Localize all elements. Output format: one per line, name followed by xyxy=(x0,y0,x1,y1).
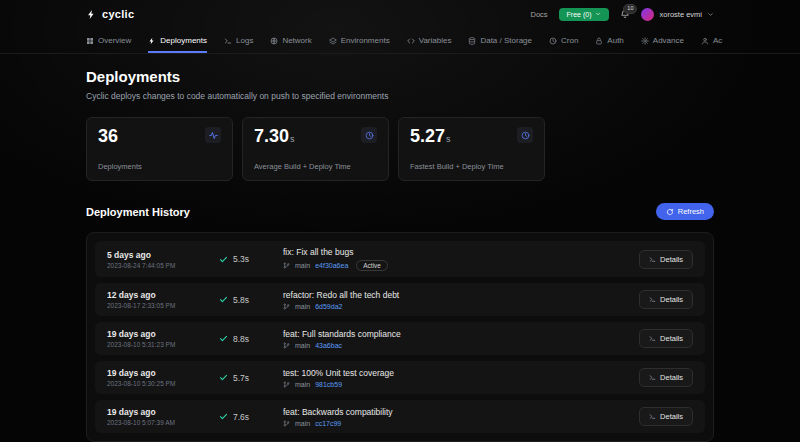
history-header: Deployment History Refresh xyxy=(86,203,714,220)
clock-icon xyxy=(517,127,533,143)
notifications-button[interactable]: 10 xyxy=(620,9,630,19)
commit-message: feat: Backwards compatibility xyxy=(283,407,639,417)
cyclic-logo[interactable]: cyclic xyxy=(86,8,134,20)
gear-icon xyxy=(641,37,649,45)
deploy-age: 5 days ago xyxy=(107,250,219,260)
details-button[interactable]: Details xyxy=(639,290,693,309)
deploy-duration: 7.6s xyxy=(233,412,249,422)
refresh-button[interactable]: Refresh xyxy=(656,203,714,220)
username: xoroste evmi xyxy=(659,10,702,19)
app-nav: Overview Deployments Logs Network Enviro… xyxy=(0,28,800,54)
brand-name: cyclic xyxy=(102,8,134,20)
database-icon xyxy=(468,37,476,45)
table-row: 19 days ago 2023-08-10 5:30:25 PM 5.7s t… xyxy=(95,361,705,394)
tab-cron[interactable]: Cron xyxy=(549,28,578,53)
tab-auth[interactable]: Auth xyxy=(595,28,623,53)
stat-card-fastest-time: 5.27s Fastest Build + Deploy Time xyxy=(398,117,545,181)
terminal-icon xyxy=(649,335,656,342)
lock-icon xyxy=(595,37,603,45)
git-branch-icon xyxy=(283,420,290,427)
commit-hash[interactable]: 43a6bac xyxy=(315,342,342,349)
tab-overview[interactable]: Overview xyxy=(86,28,131,53)
deploy-duration: 5.7s xyxy=(233,373,249,383)
stat-label: Average Build + Deploy Time xyxy=(254,162,377,171)
commit-message: refactor: Redo all the tech debt xyxy=(283,290,639,300)
refresh-icon xyxy=(666,208,674,216)
stat-value: 36 xyxy=(98,127,119,145)
deploy-age: 19 days ago xyxy=(107,329,219,339)
deploy-age: 12 days ago xyxy=(107,290,219,300)
branch-name: main xyxy=(295,420,310,427)
terminal-icon xyxy=(649,413,656,420)
deployment-history-panel: 5 days ago 2023-08-24 7:44:05 PM 5.3s fi… xyxy=(86,232,714,442)
bolt-icon xyxy=(86,9,97,20)
details-button[interactable]: Details xyxy=(639,368,693,387)
stat-value: 7.30s xyxy=(254,127,295,145)
deploy-duration: 5.8s xyxy=(233,295,249,305)
branch-name: main xyxy=(295,303,310,310)
tab-environments[interactable]: Environments xyxy=(329,28,390,53)
active-badge: Active xyxy=(356,260,388,271)
branch-name: main xyxy=(295,381,310,388)
tab-logs[interactable]: Logs xyxy=(224,28,253,53)
check-icon xyxy=(219,412,228,421)
user-menu[interactable]: xoroste evmi xyxy=(641,8,714,21)
commit-hash[interactable]: e4f30a6ea xyxy=(315,262,348,269)
git-branch-icon xyxy=(283,342,290,349)
main-content: Deployments Cyclic deploys changes to co… xyxy=(0,54,800,442)
details-button[interactable]: Details xyxy=(639,407,693,426)
chevron-down-icon xyxy=(707,11,714,18)
commit-hash[interactable]: 6d59da2 xyxy=(315,303,342,310)
check-icon xyxy=(219,334,228,343)
avatar xyxy=(641,8,654,21)
details-button[interactable]: Details xyxy=(639,329,693,348)
commit-hash[interactable]: cc17c99 xyxy=(315,420,341,427)
tab-variables[interactable]: Variables xyxy=(407,28,452,53)
terminal-icon xyxy=(224,37,232,45)
chevron-down-icon xyxy=(595,11,601,17)
table-row: 19 days ago 2023-08-10 5:31:23 PM 8.8s f… xyxy=(95,322,705,355)
git-branch-icon xyxy=(283,303,290,310)
branch-name: main xyxy=(295,262,310,269)
git-branch-icon xyxy=(283,381,290,388)
deploy-timestamp: 2023-08-10 5:07:39 AM xyxy=(107,419,219,426)
plan-label: Free (0) xyxy=(567,11,592,18)
tab-data-storage[interactable]: Data / Storage xyxy=(468,28,532,53)
stat-card-deployments: 36 Deployments xyxy=(86,117,233,181)
tab-advanced[interactable]: Advance xyxy=(641,28,684,53)
tab-account[interactable]: Ac xyxy=(701,28,722,53)
table-row: 5 days ago 2023-08-24 7:44:05 PM 5.3s fi… xyxy=(95,241,705,277)
stats-row: 36 Deployments 7.30s Average Build + Dep… xyxy=(86,117,714,181)
commit-hash[interactable]: 981cb59 xyxy=(315,381,342,388)
clock-icon xyxy=(549,37,557,45)
layers-icon xyxy=(329,37,337,45)
stat-label: Deployments xyxy=(98,162,221,171)
deploy-timestamp: 2023-08-17 2:33:05 PM xyxy=(107,302,219,309)
deploy-duration: 8.8s xyxy=(233,334,249,344)
deploy-timestamp: 2023-08-10 5:31:23 PM xyxy=(107,341,219,348)
terminal-icon xyxy=(649,296,656,303)
globe-icon xyxy=(270,37,278,45)
git-branch-icon xyxy=(283,262,290,269)
terminal-icon xyxy=(649,374,656,381)
check-icon xyxy=(219,255,228,264)
plan-button[interactable]: Free (0) xyxy=(559,8,610,21)
grid-icon xyxy=(86,37,94,45)
check-icon xyxy=(219,373,228,382)
deploy-age: 19 days ago xyxy=(107,368,219,378)
tab-deployments[interactable]: Deployments xyxy=(148,28,207,53)
details-button[interactable]: Details xyxy=(639,250,693,269)
table-row: 12 days ago 2023-08-17 2:33:05 PM 5.8s r… xyxy=(95,283,705,316)
commit-message: test: 100% Unit test coverage xyxy=(283,368,639,378)
table-row: 19 days ago 2023-08-10 5:07:39 AM 7.6s f… xyxy=(95,400,705,433)
check-icon xyxy=(219,295,228,304)
stat-label: Fastest Build + Deploy Time xyxy=(410,162,533,171)
terminal-icon xyxy=(649,256,656,263)
tab-network[interactable]: Network xyxy=(270,28,311,53)
docs-link[interactable]: Docs xyxy=(530,10,547,19)
top-bar: cyclic Docs Free (0) 10 xoroste evmi xyxy=(0,0,800,28)
activity-icon xyxy=(205,127,221,143)
clock-icon xyxy=(361,127,377,143)
deploy-timestamp: 2023-08-24 7:44:05 PM xyxy=(107,262,219,269)
bolt-icon xyxy=(148,37,156,45)
